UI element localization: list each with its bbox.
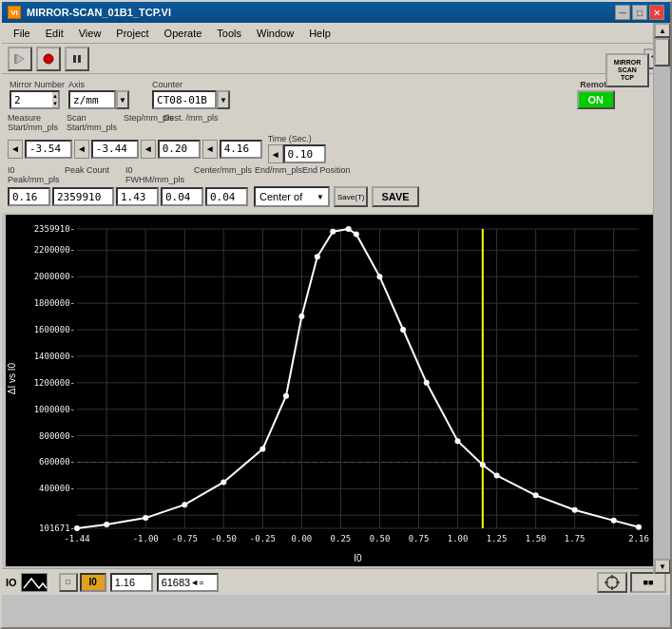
chart-canvas bbox=[6, 215, 658, 566]
dest-arrow[interactable]: ◄ bbox=[202, 140, 218, 159]
param-labels-row: Measure Start/mm_pls Scan Start/mm_pls S… bbox=[6, 113, 666, 133]
mirror-number-value: 2 bbox=[10, 90, 52, 109]
i0-fwhm-label: I0 FWHM/mm_pls bbox=[125, 165, 192, 184]
menu-help[interactable]: Help bbox=[301, 26, 338, 41]
logo-box: MIRRORSCANTCP bbox=[605, 53, 649, 87]
dest-value: 4.16 bbox=[220, 140, 262, 159]
counter-value: CT08-01B bbox=[152, 90, 217, 109]
scan-start-arrow[interactable]: ◄ bbox=[74, 140, 89, 159]
waveform-icon bbox=[21, 573, 48, 592]
end-position-label: End Position bbox=[302, 165, 369, 184]
step-arrow[interactable]: ◄ bbox=[141, 140, 156, 159]
axis-value: z/mm bbox=[68, 90, 116, 109]
run-arrow-button[interactable] bbox=[8, 47, 32, 71]
menu-view[interactable]: View bbox=[71, 26, 109, 41]
status-box-icon: □ bbox=[59, 573, 78, 592]
i0-values-row: 0.16 2359910 1.43 0.04 0.04 Center of ▼ … bbox=[6, 186, 666, 207]
i0-peak-label: I0 Peak/mm_pls bbox=[8, 165, 63, 184]
scroll-thumb[interactable] bbox=[654, 38, 670, 67]
measure-arrow-left[interactable]: ◄ bbox=[8, 140, 23, 159]
menu-project[interactable]: Project bbox=[108, 26, 156, 41]
center-save-row: Center of ▼ Save(T) SAVE bbox=[254, 186, 419, 207]
toolbar: ? bbox=[2, 44, 670, 74]
scrollbar[interactable]: ▲ ▼ bbox=[653, 23, 670, 574]
center-of-arrow-icon: ▼ bbox=[317, 193, 324, 201]
peak-count-value: 2359910 bbox=[52, 187, 114, 206]
main-window: VI MIRROR-SCAN_01B1_TCP.VI ─ □ ✕ File Ed… bbox=[0, 0, 672, 629]
window-icon: VI bbox=[8, 6, 21, 19]
scroll-up-button[interactable]: ▲ bbox=[654, 23, 671, 38]
save-button[interactable]: SAVE bbox=[372, 186, 418, 207]
status-right-controls: ■■ bbox=[597, 572, 666, 593]
scan-start-label: Scan Start/mm_pls bbox=[67, 113, 122, 132]
step-value: 0.20 bbox=[158, 140, 201, 159]
pause-button[interactable] bbox=[65, 47, 89, 71]
window-title: MIRROR-SCAN_01B1_TCP.VI bbox=[27, 7, 171, 18]
menu-edit[interactable]: Edit bbox=[38, 26, 71, 41]
maximize-button[interactable]: □ bbox=[632, 5, 647, 20]
step-label: Step/mm_pls bbox=[124, 113, 162, 132]
center-of-dropdown[interactable]: Center of ▼ bbox=[254, 186, 330, 207]
time-arrow[interactable]: ◄ bbox=[268, 144, 283, 163]
io-label: IO bbox=[6, 577, 17, 588]
i0-peak-value: 0.16 bbox=[8, 187, 50, 206]
end-value: 0.04 bbox=[205, 187, 248, 206]
center-mm-value: 0.04 bbox=[161, 187, 203, 206]
scroll-track bbox=[654, 38, 670, 559]
on-button[interactable]: ON bbox=[577, 90, 616, 109]
close-button[interactable]: ✕ bbox=[649, 5, 664, 20]
axis-group: Axis z/mm ▼ bbox=[68, 80, 129, 109]
status-display-group: □ I0 bbox=[59, 573, 106, 592]
menu-file[interactable]: File bbox=[6, 26, 38, 41]
save-t-label: Save(T) bbox=[337, 193, 364, 201]
i0-fwhm-value: 1.43 bbox=[116, 187, 159, 206]
mirror-number-arrows[interactable]: ▲ ▼ bbox=[52, 90, 60, 109]
scroll-down-button[interactable]: ▼ bbox=[654, 559, 671, 574]
status-value2: 61683◄= bbox=[157, 573, 219, 592]
counter-dropdown-button[interactable]: ▼ bbox=[217, 90, 230, 109]
measure-label: Measure Start/mm_pls bbox=[8, 113, 63, 132]
center-mm-label: Center/mm_pls bbox=[194, 165, 253, 184]
menu-window[interactable]: Window bbox=[249, 26, 301, 41]
axis-dropdown-button[interactable]: ▼ bbox=[116, 90, 129, 109]
status-bar: IO □ I0 1.16 61683◄= ■■ bbox=[2, 568, 670, 595]
mirror-number-up[interactable]: ▲ bbox=[52, 92, 58, 100]
counter-label: Counter bbox=[152, 80, 230, 89]
stop-button[interactable] bbox=[36, 47, 61, 71]
save-t-group: Save(T) bbox=[334, 186, 368, 207]
io-indicator: I0 bbox=[80, 573, 106, 592]
svg-rect-3 bbox=[46, 56, 51, 62]
time-label: Time (Sec.) bbox=[268, 134, 326, 143]
mirror-number-label: Mirror Number bbox=[10, 80, 65, 89]
chart-area bbox=[6, 215, 666, 566]
zoom-display: ■■ bbox=[630, 572, 666, 593]
param-values-row: ◄ -3.54 ◄ -3.44 ◄ 0.20 ◄ 4.16 Time (Sec.… bbox=[6, 134, 666, 163]
end-label: End/mm_pls bbox=[255, 165, 300, 184]
minimize-button[interactable]: ─ bbox=[615, 5, 630, 20]
measure-value: -3.54 bbox=[25, 140, 72, 159]
menu-bar: File Edit View Project Operate Tools Win… bbox=[2, 23, 670, 44]
axis-label: Axis bbox=[68, 80, 129, 89]
menu-tools[interactable]: Tools bbox=[209, 26, 249, 41]
status-value1[interactable]: 1.16 bbox=[110, 573, 153, 592]
dest-label: Dest. /mm_pls bbox=[163, 113, 219, 132]
svg-rect-5 bbox=[78, 55, 81, 63]
mirror-number-group: Mirror Number 2 ▲ ▼ bbox=[10, 80, 65, 109]
crosshair-button[interactable] bbox=[597, 572, 627, 593]
peak-count-label: Peak Count bbox=[65, 165, 124, 184]
time-group: Time (Sec.) ◄ 0.10 bbox=[268, 134, 326, 163]
center-of-label: Center of bbox=[259, 191, 302, 202]
time-value: 0.10 bbox=[283, 144, 326, 163]
svg-rect-4 bbox=[73, 55, 76, 63]
mirror-number-field[interactable]: 2 ▲ ▼ bbox=[10, 90, 48, 109]
scan-start-value: -3.44 bbox=[91, 140, 139, 159]
mirror-number-down[interactable]: ▼ bbox=[52, 100, 58, 107]
menu-operate[interactable]: Operate bbox=[157, 26, 210, 41]
svg-marker-0 bbox=[16, 54, 24, 64]
title-bar: VI MIRROR-SCAN_01B1_TCP.VI ─ □ ✕ bbox=[2, 2, 670, 23]
counter-group: Counter CT08-01B ▼ bbox=[152, 80, 230, 109]
i0-labels-row: I0 Peak/mm_pls Peak Count I0 FWHM/mm_pls… bbox=[6, 165, 666, 185]
